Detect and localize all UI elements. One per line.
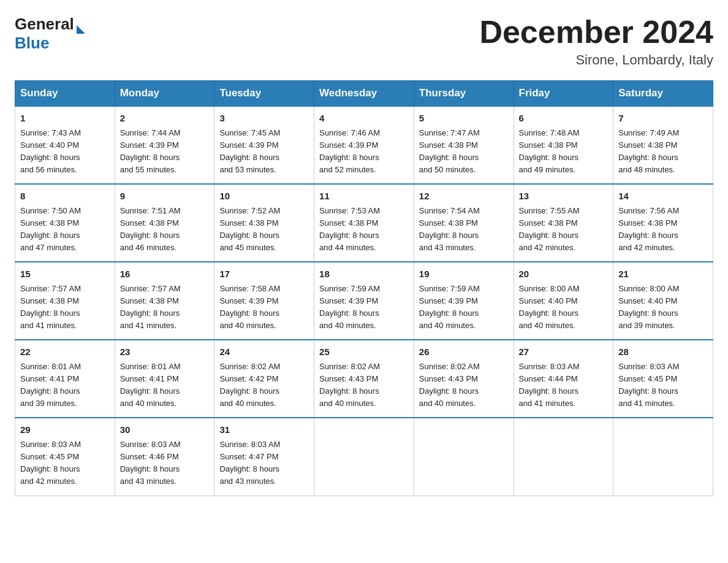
day-number: 23 bbox=[120, 345, 210, 359]
page-header: General Blue December 2024 Sirone, Lomba… bbox=[15, 15, 713, 68]
calendar-cell: 10Sunrise: 7:52 AMSunset: 4:38 PMDayligh… bbox=[214, 184, 314, 262]
calendar-cell bbox=[314, 418, 414, 496]
calendar-cell: 7Sunrise: 7:49 AMSunset: 4:38 PMDaylight… bbox=[613, 106, 713, 184]
calendar-cell: 12Sunrise: 7:54 AMSunset: 4:38 PMDayligh… bbox=[414, 184, 514, 262]
calendar-cell: 1Sunrise: 7:43 AMSunset: 4:40 PMDaylight… bbox=[15, 106, 115, 184]
day-number: 21 bbox=[618, 267, 708, 282]
calendar-cell: 30Sunrise: 8:03 AMSunset: 4:46 PMDayligh… bbox=[115, 418, 214, 496]
day-number: 20 bbox=[519, 267, 609, 282]
calendar-cell: 18Sunrise: 7:59 AMSunset: 4:39 PMDayligh… bbox=[314, 262, 414, 340]
calendar-cell: 19Sunrise: 7:59 AMSunset: 4:39 PMDayligh… bbox=[414, 262, 514, 340]
day-number: 16 bbox=[120, 267, 210, 282]
weekday-header-saturday: Saturday bbox=[613, 81, 713, 107]
calendar-cell: 9Sunrise: 7:51 AMSunset: 4:38 PMDaylight… bbox=[115, 184, 214, 262]
day-number: 13 bbox=[519, 190, 609, 204]
day-number: 19 bbox=[419, 267, 509, 282]
calendar-cell: 4Sunrise: 7:46 AMSunset: 4:39 PMDaylight… bbox=[314, 106, 414, 184]
calendar-cell: 2Sunrise: 7:44 AMSunset: 4:39 PMDaylight… bbox=[115, 106, 214, 184]
day-info: Sunrise: 8:02 AMSunset: 4:43 PMDaylight:… bbox=[319, 361, 409, 410]
day-number: 25 bbox=[319, 345, 409, 359]
weekday-header-wednesday: Wednesday bbox=[314, 81, 414, 107]
day-info: Sunrise: 8:02 AMSunset: 4:43 PMDaylight:… bbox=[419, 361, 509, 410]
calendar-header: SundayMondayTuesdayWednesdayThursdayFrid… bbox=[15, 81, 713, 107]
day-number: 29 bbox=[20, 423, 110, 437]
calendar-cell: 21Sunrise: 8:00 AMSunset: 4:40 PMDayligh… bbox=[613, 262, 713, 340]
day-info: Sunrise: 8:03 AMSunset: 4:45 PMDaylight:… bbox=[618, 361, 708, 410]
calendar-body: 1Sunrise: 7:43 AMSunset: 4:40 PMDaylight… bbox=[15, 106, 713, 496]
calendar-cell: 3Sunrise: 7:45 AMSunset: 4:39 PMDaylight… bbox=[214, 106, 314, 184]
day-info: Sunrise: 8:01 AMSunset: 4:41 PMDaylight:… bbox=[20, 361, 110, 410]
calendar-cell bbox=[613, 418, 713, 496]
day-info: Sunrise: 7:59 AMSunset: 4:39 PMDaylight:… bbox=[319, 283, 409, 332]
week-row-1: 1Sunrise: 7:43 AMSunset: 4:40 PMDaylight… bbox=[15, 106, 713, 184]
day-info: Sunrise: 7:44 AMSunset: 4:39 PMDaylight:… bbox=[120, 127, 210, 177]
day-number: 11 bbox=[319, 190, 409, 204]
day-number: 27 bbox=[519, 345, 609, 359]
weekday-header-friday: Friday bbox=[514, 81, 613, 107]
calendar-table: SundayMondayTuesdayWednesdayThursdayFrid… bbox=[15, 80, 713, 496]
day-info: Sunrise: 8:00 AMSunset: 4:40 PMDaylight:… bbox=[519, 283, 609, 332]
title-block: December 2024 Sirone, Lombardy, Italy bbox=[479, 15, 713, 68]
day-info: Sunrise: 7:55 AMSunset: 4:38 PMDaylight:… bbox=[519, 205, 609, 255]
day-info: Sunrise: 8:03 AMSunset: 4:45 PMDaylight:… bbox=[20, 439, 110, 488]
day-info: Sunrise: 7:43 AMSunset: 4:40 PMDaylight:… bbox=[20, 127, 110, 177]
logo: General Blue bbox=[15, 15, 85, 53]
day-number: 4 bbox=[319, 112, 409, 126]
calendar-cell: 24Sunrise: 8:02 AMSunset: 4:42 PMDayligh… bbox=[214, 340, 314, 418]
calendar-cell: 28Sunrise: 8:03 AMSunset: 4:45 PMDayligh… bbox=[613, 340, 713, 418]
calendar-cell: 26Sunrise: 8:02 AMSunset: 4:43 PMDayligh… bbox=[414, 340, 514, 418]
day-info: Sunrise: 7:52 AMSunset: 4:38 PMDaylight:… bbox=[219, 205, 309, 255]
day-number: 3 bbox=[219, 112, 309, 126]
logo-blue-text: Blue bbox=[15, 34, 49, 53]
logo-triangle-icon bbox=[77, 25, 85, 34]
week-row-4: 22Sunrise: 8:01 AMSunset: 4:41 PMDayligh… bbox=[15, 340, 713, 418]
day-info: Sunrise: 7:50 AMSunset: 4:38 PMDaylight:… bbox=[20, 205, 110, 255]
calendar-cell: 15Sunrise: 7:57 AMSunset: 4:38 PMDayligh… bbox=[15, 262, 115, 340]
weekday-row: SundayMondayTuesdayWednesdayThursdayFrid… bbox=[15, 81, 713, 107]
day-info: Sunrise: 8:01 AMSunset: 4:41 PMDaylight:… bbox=[120, 361, 210, 410]
calendar-cell: 27Sunrise: 8:03 AMSunset: 4:44 PMDayligh… bbox=[514, 340, 613, 418]
calendar-cell: 29Sunrise: 8:03 AMSunset: 4:45 PMDayligh… bbox=[15, 418, 115, 496]
day-number: 6 bbox=[519, 112, 609, 126]
calendar-cell bbox=[414, 418, 514, 496]
day-number: 5 bbox=[419, 112, 509, 126]
day-number: 7 bbox=[618, 112, 708, 126]
day-number: 26 bbox=[419, 345, 509, 359]
calendar-cell: 16Sunrise: 7:57 AMSunset: 4:38 PMDayligh… bbox=[115, 262, 214, 340]
calendar-cell: 14Sunrise: 7:56 AMSunset: 4:38 PMDayligh… bbox=[613, 184, 713, 262]
week-row-3: 15Sunrise: 7:57 AMSunset: 4:38 PMDayligh… bbox=[15, 262, 713, 340]
day-number: 12 bbox=[419, 190, 509, 204]
day-info: Sunrise: 7:59 AMSunset: 4:39 PMDaylight:… bbox=[419, 283, 509, 332]
week-row-5: 29Sunrise: 8:03 AMSunset: 4:45 PMDayligh… bbox=[15, 418, 713, 496]
day-number: 14 bbox=[618, 190, 708, 204]
day-info: Sunrise: 7:53 AMSunset: 4:38 PMDaylight:… bbox=[319, 205, 409, 255]
day-info: Sunrise: 7:54 AMSunset: 4:38 PMDaylight:… bbox=[419, 205, 509, 255]
calendar-cell: 11Sunrise: 7:53 AMSunset: 4:38 PMDayligh… bbox=[314, 184, 414, 262]
calendar-cell: 25Sunrise: 8:02 AMSunset: 4:43 PMDayligh… bbox=[314, 340, 414, 418]
day-number: 28 bbox=[618, 345, 708, 359]
logo-general-text: General bbox=[15, 15, 74, 34]
day-number: 30 bbox=[120, 423, 210, 437]
day-number: 9 bbox=[120, 190, 210, 204]
calendar-cell: 22Sunrise: 8:01 AMSunset: 4:41 PMDayligh… bbox=[15, 340, 115, 418]
day-number: 17 bbox=[219, 267, 309, 282]
day-info: Sunrise: 7:47 AMSunset: 4:38 PMDaylight:… bbox=[419, 127, 509, 177]
day-info: Sunrise: 8:03 AMSunset: 4:46 PMDaylight:… bbox=[120, 439, 210, 488]
calendar-cell: 8Sunrise: 7:50 AMSunset: 4:38 PMDaylight… bbox=[15, 184, 115, 262]
calendar-cell bbox=[514, 418, 613, 496]
calendar-cell: 13Sunrise: 7:55 AMSunset: 4:38 PMDayligh… bbox=[514, 184, 613, 262]
weekday-header-sunday: Sunday bbox=[15, 81, 115, 107]
day-number: 22 bbox=[20, 345, 110, 359]
day-number: 2 bbox=[120, 112, 210, 126]
day-info: Sunrise: 7:45 AMSunset: 4:39 PMDaylight:… bbox=[219, 127, 309, 177]
day-info: Sunrise: 7:57 AMSunset: 4:38 PMDaylight:… bbox=[20, 283, 110, 332]
day-number: 24 bbox=[219, 345, 309, 359]
calendar-cell: 5Sunrise: 7:47 AMSunset: 4:38 PMDaylight… bbox=[414, 106, 514, 184]
calendar-cell: 23Sunrise: 8:01 AMSunset: 4:41 PMDayligh… bbox=[115, 340, 214, 418]
day-info: Sunrise: 7:49 AMSunset: 4:38 PMDaylight:… bbox=[618, 127, 708, 177]
day-number: 15 bbox=[20, 267, 110, 282]
day-info: Sunrise: 7:57 AMSunset: 4:38 PMDaylight:… bbox=[120, 283, 210, 332]
week-row-2: 8Sunrise: 7:50 AMSunset: 4:38 PMDaylight… bbox=[15, 184, 713, 262]
calendar-cell: 20Sunrise: 8:00 AMSunset: 4:40 PMDayligh… bbox=[514, 262, 613, 340]
day-info: Sunrise: 8:03 AMSunset: 4:47 PMDaylight:… bbox=[219, 439, 309, 488]
